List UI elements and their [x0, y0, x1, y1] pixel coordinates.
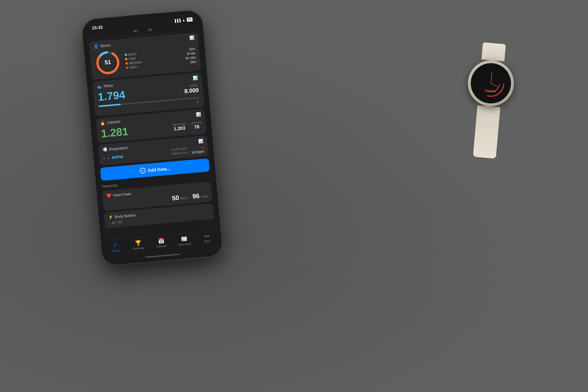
resp-chart-icon[interactable]: 📊	[198, 139, 203, 144]
legend-rest-value: 22m	[184, 47, 195, 51]
tab-news-feed[interactable]: 📰 News Feed	[172, 235, 196, 247]
screen-content: 👤 Stress 📊	[86, 30, 219, 255]
tab-calendar[interactable]: 📅 Calendar	[150, 237, 173, 249]
resp-brpm-label: BRPM	[112, 155, 123, 160]
legend-high-value: 23m	[185, 60, 196, 64]
resp-dashes: - -	[103, 155, 110, 161]
calories-detail: RESTING 1.203 ACTIVE 78	[173, 121, 202, 132]
my-day-icon: ✓	[113, 242, 118, 249]
watch-band-bottom	[473, 105, 500, 159]
legend-low-value: 2h 6m	[185, 51, 196, 55]
more-icon: •••	[204, 233, 209, 239]
add-data-label: Add Data...	[148, 166, 171, 173]
legend-medium-value: 2h 15m	[185, 55, 196, 60]
svg-text:51: 51	[104, 59, 111, 66]
phone-device: 15:32 ▐▐▐ ▲ 77 40 -40	[81, 9, 223, 266]
calories-icon: 🔥	[100, 120, 105, 125]
resp-value-container: - - BRPM	[103, 154, 123, 161]
battery-icon: 77	[187, 17, 193, 22]
nav-right: -40	[146, 28, 152, 32]
tab-my-day[interactable]: ✓ My Day	[104, 241, 127, 253]
status-time: 15:32	[92, 25, 103, 30]
dot-medium	[125, 62, 128, 65]
stress-circle: 51	[94, 49, 122, 77]
calories-chart-icon[interactable]: 📊	[196, 112, 201, 117]
steps-goal: GOAL 8.000	[184, 83, 199, 94]
resp-detail: SLEEP AVG -- AWAKE AVG 14 brpm	[171, 146, 204, 157]
resp-icon: 💨	[102, 147, 107, 152]
heart-stats: 50 REST 96 HIGH	[172, 192, 208, 202]
status-icons: ▐▐▐ ▲ 77	[174, 17, 193, 23]
stress-body: 51 REST 22m	[94, 42, 197, 77]
my-day-label: My Day	[111, 249, 120, 253]
body-battery-label-partial: Body Battery	[115, 213, 136, 219]
challenges-label: Challenges	[132, 246, 145, 250]
heart-rest-label: REST	[180, 196, 188, 200]
dot-rest	[125, 53, 127, 56]
steps-title: 👟 Steps	[97, 83, 113, 89]
tab-more[interactable]: ••• More	[195, 233, 219, 244]
dot-low	[125, 58, 127, 60]
stress-legend: REST 22m LOW 2h 6m MEDIUM	[125, 47, 196, 69]
challenges-icon: 🏆	[135, 240, 142, 246]
resp-title: 💨 Respiration	[102, 145, 128, 152]
resp-awake-value: 14 brpm	[191, 149, 204, 155]
watch-face: GARMIN	[469, 61, 513, 105]
phone-screen: 15:32 ▐▐▐ ▲ 77 40 -40	[84, 13, 220, 263]
steps-chart-icon[interactable]: 📊	[193, 75, 198, 80]
calories-title-text: Calories	[107, 119, 121, 125]
heart-rest-stat: 50 REST	[172, 193, 188, 202]
watch-display-svg: GARMIN	[472, 65, 510, 102]
calories-title: 🔥 Calories	[100, 119, 121, 125]
heart-high-label: HIGH	[201, 195, 208, 198]
calories-active: ACTIVE 78	[191, 121, 202, 130]
news-feed-label: News Feed	[178, 242, 191, 246]
resp-sleep-value: --	[201, 146, 204, 150]
body-battery-icon-partial: ⚡	[108, 215, 113, 219]
calories-resting: RESTING 1.203	[173, 122, 186, 132]
heart-high-stat: 96 HIGH	[192, 192, 208, 200]
resp-title-text: Respiration	[109, 145, 128, 151]
heart-title: ❤️ Heart Rate	[106, 191, 131, 198]
stress-card: 👤 Stress 📊	[89, 32, 201, 80]
dot-high	[126, 66, 128, 69]
scene: 15:32 ▐▐▐ ▲ 77 40 -40	[0, 0, 588, 392]
calendar-icon: 📅	[158, 237, 165, 244]
heart-title-text: Heart Rate	[113, 192, 131, 197]
heart-rest-value: 50	[172, 194, 179, 202]
stress-chart-icon[interactable]: 📊	[189, 35, 194, 40]
wifi-icon: ▲	[182, 18, 185, 22]
calories-active-value: 78	[194, 124, 200, 130]
steps-card: 👟 Steps 📊 1.794 GOAL 8.000	[92, 72, 204, 117]
phone-frame: 15:32 ▐▐▐ ▲ 77 40 -40	[81, 9, 223, 266]
calories-resting-value: 1.203	[173, 125, 185, 131]
stress-title-text: Stress	[100, 43, 111, 48]
steps-check-icon: ✓	[196, 100, 200, 105]
watch-case: GARMIN	[466, 58, 516, 108]
steps-title-text: Steps	[103, 83, 113, 88]
nav-left: 40	[133, 29, 138, 33]
news-feed-icon: 📰	[181, 235, 187, 242]
steps-value: 1.794	[97, 89, 125, 103]
calories-value: 1.281	[100, 125, 129, 140]
tab-challenges[interactable]: 🏆 Challenges	[127, 239, 150, 251]
stress-icon: 👤	[93, 44, 98, 49]
watch-band-top	[481, 42, 506, 61]
more-label: More	[204, 240, 210, 243]
heart-high-value: 96	[192, 192, 200, 200]
stress-title: 👤 Stress	[93, 43, 111, 49]
stress-svg: 51	[94, 49, 122, 77]
steps-icon: 👟	[97, 84, 102, 89]
heart-icon: ❤️	[106, 193, 111, 198]
smartwatch: GARMIN	[446, 40, 535, 138]
add-data-plus-icon: +	[140, 168, 146, 174]
steps-goal-value: 8.000	[184, 87, 199, 94]
signal-icon: ▐▐▐	[174, 18, 181, 22]
calendar-label: Calendar	[156, 244, 167, 248]
